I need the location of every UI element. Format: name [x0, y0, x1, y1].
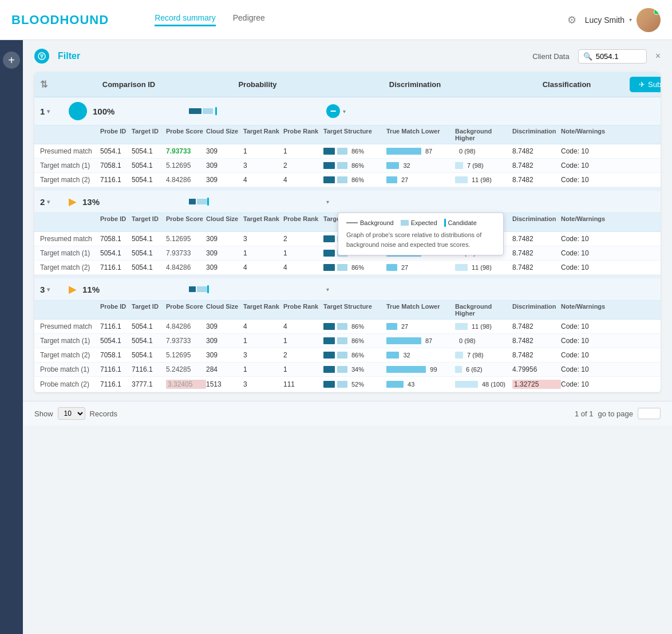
probe-score: 4.84286 [166, 322, 206, 330]
sub-header-cell [40, 303, 100, 317]
target-structure: 86% [323, 162, 386, 169]
row-label: Target match (1) [40, 337, 100, 345]
sub-header-cell [40, 215, 100, 229]
sub-header-cell: Probe Score [166, 215, 206, 229]
discrimination: 8.7482 [512, 176, 561, 184]
sub-header-cell: Discrimination [512, 128, 561, 141]
sub-header-cell: Target Structure [323, 128, 386, 141]
probe-id: 7058.1 [100, 351, 132, 359]
sub-header-cell: Note/Warnings [561, 128, 612, 141]
row-label: Target match (2) [40, 351, 100, 359]
probe-rank: 1 [283, 249, 323, 257]
filter-bar: Filter Client Data 🔍 × [34, 49, 661, 64]
probe-score: 3.32405 [166, 380, 206, 389]
discrimination: 8.7482 [512, 249, 561, 257]
discrimination-cell-3 [189, 285, 326, 293]
cloud-size: 309 [206, 235, 243, 243]
probability-cell-3: ▶ 11% [69, 283, 189, 296]
sub-header-cell: Probe Rank [283, 303, 323, 317]
submit-button[interactable]: ✈ Submit [630, 77, 661, 92]
nav: Record summary Pedigree [155, 13, 265, 26]
sort-icon-col: ⇅ [40, 79, 69, 90]
target-rank: 4 [243, 322, 283, 330]
user-dropdown-arrow[interactable]: ▾ [629, 17, 632, 23]
target-id: 5054.1 [132, 351, 166, 359]
clear-button[interactable]: × [655, 51, 661, 61]
sub-header-cell: Cloud Size [206, 303, 243, 317]
discrimination-header: Discrimination [326, 80, 504, 89]
target-id: 5054.1 [132, 337, 166, 345]
sub-header-cell: Probe Score [166, 128, 206, 141]
probe-rank: 2 [283, 162, 323, 170]
target-id: 5054.1 [132, 147, 166, 155]
target-rank: 3 [243, 235, 283, 243]
cloud-size: 309 [206, 322, 243, 330]
note-warnings: Code: 10 [561, 263, 612, 271]
probe-id: 7116.1 [100, 176, 132, 184]
records-per-page-select[interactable]: 10 25 50 [58, 407, 85, 420]
probe-id: 7058.1 [100, 235, 132, 243]
sub-header-cell: Target Rank [243, 128, 283, 141]
probe-score: 7.93733 [166, 147, 206, 155]
table-row: Presumed match 5054.1 5054.1 7.93733 309… [34, 144, 661, 159]
user-info[interactable]: Lucy Smith ▾ [585, 8, 661, 32]
probe-id: 7058.1 [100, 162, 132, 170]
sub-header-cell: True Match Lower [386, 303, 455, 317]
comparison-number-1: 1 ▾ [40, 107, 69, 116]
target-id: 5054.1 [132, 176, 166, 184]
target-rank: 1 [243, 249, 283, 257]
cloud-size: 284 [206, 365, 243, 373]
sub-header-cell: Background Higher [455, 303, 512, 317]
note-warnings: Code: 10 [561, 162, 612, 170]
pagination: 1 of 1 go to page [575, 408, 661, 419]
background-higher: 48 (100) [455, 381, 512, 388]
sub-header-cell: Target ID [132, 303, 166, 317]
discrimination: 8.7482 [512, 337, 561, 345]
cloud-size: 309 [206, 263, 243, 271]
probe-rank: 1 [283, 147, 323, 155]
target-structure: 52% [323, 381, 386, 388]
probe-id: 7116.1 [100, 322, 132, 330]
table-row: Target match (2) 7058.1 5054.1 5.12695 3… [34, 348, 661, 363]
header-right: ⚙ Lucy Smith ▾ [567, 8, 661, 32]
note-warnings: Code: 10 [561, 365, 612, 373]
sub-header-cell: Background Higher [455, 128, 512, 141]
cloud-size: 1513 [206, 380, 243, 388]
nav-pedigree[interactable]: Pedigree [233, 13, 265, 26]
probe-score: 4.84286 [166, 263, 206, 271]
cloud-size: 309 [206, 249, 243, 257]
cloud-size: 309 [206, 337, 243, 345]
probe-id: 5054.1 [100, 337, 132, 345]
table-row: Probe match (2) 7116.1 3777.1 3.32405 15… [34, 377, 661, 392]
search-icon: 🔍 [583, 52, 592, 61]
background-higher: 11 (98) [455, 323, 512, 330]
comparison-id-header: Comparison ID [69, 80, 189, 89]
sidebar-add-button[interactable]: + [3, 52, 20, 69]
discrimination: 1.32725 [512, 380, 561, 389]
table-row: Probe match (1) 7116.1 7116.1 5.24285 28… [34, 363, 661, 377]
discrimination: 8.7482 [512, 147, 561, 155]
sub-header-cell: Discrimination [512, 215, 561, 229]
sub-header-cell: Cloud Size [206, 215, 243, 229]
row-label: Presumed match [40, 235, 100, 243]
table-row: Presumed match 7116.1 5054.1 4.84286 309… [34, 320, 661, 334]
legend-expected: Expected [401, 219, 437, 226]
target-rank: 4 [243, 263, 283, 271]
sub-header-cell: Target Rank [243, 303, 283, 317]
discrimination: 8.7482 [512, 351, 561, 359]
gear-icon[interactable]: ⚙ [567, 14, 576, 26]
goto-page-input[interactable] [638, 408, 661, 419]
probe-rank: 4 [283, 322, 323, 330]
probe-id: 5054.1 [100, 249, 132, 257]
probability-cell-1: 100% [69, 102, 189, 120]
probe-score: 5.12695 [166, 351, 206, 359]
probe-rank: 4 [283, 263, 323, 271]
target-id: 7116.1 [132, 365, 166, 373]
probe-rank: 2 [283, 235, 323, 243]
search-input[interactable] [596, 52, 642, 61]
nav-record-summary[interactable]: Record summary [155, 13, 216, 26]
target-id: 5054.1 [132, 162, 166, 170]
sub-header-cell: Note/Warnings [561, 303, 612, 317]
sidebar: + [0, 40, 23, 426]
footer: Show 10 25 50 Records 1 of 1 go to page [23, 401, 672, 426]
